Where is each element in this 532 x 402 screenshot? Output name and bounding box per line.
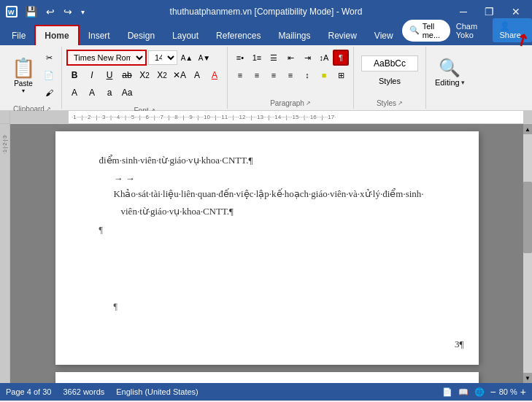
line-spacing-btn[interactable]: ↕ [299, 67, 315, 83]
status-right: 📄 📖 🌐 − 80 % + [442, 386, 526, 398]
tell-me-box[interactable]: 🔍 Tell me... [402, 20, 450, 42]
scroll-down-btn[interactable]: ▼ [523, 373, 532, 383]
font-name-selector[interactable]: Times New Roman [66, 50, 147, 66]
minimize-button[interactable]: ─ [454, 4, 473, 19]
document-page-1: điểm·sinh·viên·từ·giáo·vụ·khoa·CNTT.¶ → … [55, 131, 479, 365]
align-center-btn[interactable]: ≡ [249, 67, 265, 83]
quick-access-toolbar: 💾 ↩ ↪ ▾ [22, 4, 88, 19]
increase-font-size-btn[interactable]: A▲ [179, 50, 195, 66]
restore-button[interactable]: ❐ [479, 4, 500, 19]
window-title: thuthuatphanmem.vn [Compatibility Mode] … [170, 7, 363, 17]
bold-button[interactable]: B [66, 67, 82, 83]
decrease-font-size-btn[interactable]: A▼ [196, 50, 212, 66]
ribbon-content: 📋 Paste ▾ ✂ 📄 🖌 Clipboard ↗ Times New Ro… [0, 45, 532, 111]
font-row3: A A a Aa [66, 85, 223, 101]
multilevel-btn[interactable]: ☰ [266, 50, 282, 66]
scroll-up-btn[interactable]: ▲ [523, 124, 532, 134]
share-icon: 👤 [500, 21, 510, 30]
tab-references[interactable]: References [207, 26, 269, 45]
tab-review[interactable]: Review [319, 26, 365, 45]
strikethrough-button[interactable]: ab [119, 67, 135, 83]
document-scroll[interactable]: điểm·sinh·viên·từ·giáo·vụ·khoa·CNTT.¶ → … [10, 124, 523, 383]
clear-format-button[interactable]: ✕A [171, 67, 188, 83]
search-magnify-icon: 🔍 [439, 58, 460, 78]
tab-file[interactable]: File [3, 26, 34, 45]
styles-sample-text: AaBbCc [374, 58, 406, 69]
paste-label: Paste [14, 80, 33, 88]
sort-btn[interactable]: ↕A [316, 50, 332, 66]
editing-label-row: Editing ▾ [435, 78, 465, 87]
word-icon: W [6, 6, 18, 18]
font-size-selector[interactable]: 14 [148, 50, 177, 65]
subscript-button[interactable]: X2 [136, 67, 153, 83]
styles-label: Styles ↗ [377, 98, 403, 109]
styles-group: AaBbCc Styles Styles ↗ [354, 47, 426, 109]
page-number-indicator: 3¶ [455, 339, 463, 350]
numbering-btn[interactable]: 1≡ [249, 50, 265, 66]
svg-text:W: W [8, 9, 15, 16]
tab-design[interactable]: Design [119, 26, 163, 45]
clipboard-content: 📋 Paste ▾ ✂ 📄 🖌 [6, 47, 58, 104]
line2-text: → Khảo·sát·tài·liệu·liên·quan·đến·việc·l… [114, 173, 424, 199]
undo-quickbtn[interactable]: ↩ [43, 4, 58, 19]
text-effects-btn[interactable]: A [66, 85, 82, 101]
bullets-btn[interactable]: ≡• [232, 50, 248, 66]
scrollbar[interactable]: ▲ ▼ [523, 124, 532, 383]
customize-quickbtn[interactable]: ▾ [78, 7, 88, 18]
tab-home[interactable]: Home [34, 25, 79, 45]
font-group-content: Times New Roman 14 A▲ A▼ B I U ab X2 X2 … [65, 47, 224, 105]
increase-indent-btn[interactable]: ⇥ [299, 50, 315, 66]
superscript-button[interactable]: X2 [154, 67, 170, 83]
styles-expand[interactable]: ↗ [398, 100, 403, 107]
zoom-out-btn[interactable]: − [490, 386, 496, 398]
decrease-indent-btn[interactable]: ⇤ [282, 50, 298, 66]
word-count: 3662 words [63, 387, 104, 396]
view-read-btn[interactable]: 📖 [458, 387, 469, 397]
styles-preview[interactable]: AaBbCc [361, 55, 418, 71]
paste-arrow: ▾ [22, 88, 25, 94]
pilcrow-2: ¶ [114, 301, 117, 312]
justify-btn[interactable]: ≡ [282, 67, 298, 83]
redo-quickbtn[interactable]: ↪ [61, 4, 75, 19]
cham-yoko-btn[interactable]: Cham Yoko [456, 22, 487, 39]
view-print-btn[interactable]: 📄 [442, 387, 452, 397]
editing-expand-arrow[interactable]: ▾ [461, 79, 465, 86]
align-right-btn[interactable]: ≡ [266, 67, 282, 83]
highlight-button[interactable]: A [189, 67, 205, 83]
search-icon: 🔍 [409, 26, 420, 35]
scroll-thumb[interactable] [523, 182, 532, 253]
paragraph-expand[interactable]: ↗ [306, 100, 311, 107]
paste-button[interactable]: 📋 Paste ▾ [7, 54, 39, 97]
tab-view[interactable]: View [366, 26, 402, 45]
zoom-in-btn[interactable]: + [520, 386, 526, 398]
italic-button[interactable]: I [84, 67, 100, 83]
tell-me-text[interactable]: Tell me... [423, 22, 443, 39]
zoom-level: 80 % [499, 387, 517, 396]
copy-button[interactable]: 📄 [41, 67, 57, 83]
format-painter-button[interactable]: 🖌 [41, 85, 57, 101]
close-button[interactable]: ✕ [506, 4, 526, 19]
underline-button[interactable]: U [101, 67, 117, 83]
change-case-btn[interactable]: Aa [119, 85, 135, 101]
para-row2: ≡ ≡ ≡ ≡ ↕ ■ ⊞ [232, 67, 349, 83]
view-web-btn[interactable]: 🌐 [474, 387, 485, 397]
cut-button[interactable]: ✂ [41, 50, 57, 66]
vruler-marks: ·1·|·2·|·3· [2, 134, 7, 154]
ruler-corner [0, 111, 10, 124]
paragraph-group: ≡• 1≡ ☰ ⇤ ⇥ ↕A ¶ ≡ ≡ ≡ ≡ ↕ ■ ⊞ Paragraph… [228, 47, 354, 109]
tab-insert[interactable]: Insert [80, 26, 119, 45]
font-color-button[interactable]: A [207, 67, 223, 83]
styles-gallery-btn[interactable]: Styles [372, 73, 407, 89]
font-format-row: B I U ab X2 X2 ✕A A A [66, 67, 223, 83]
shading-btn[interactable]: ■ [316, 67, 332, 83]
font-size-big-btn[interactable]: A [84, 85, 100, 101]
tab-mailings[interactable]: Mailings [269, 26, 319, 45]
font-size-small-btn[interactable]: a [101, 85, 117, 101]
editing-group: 🔍 Editing ▾ ↗ ‌ [426, 47, 474, 109]
editing-label[interactable]: Editing [435, 78, 460, 87]
save-quickbtn[interactable]: 💾 [22, 4, 40, 19]
align-left-btn[interactable]: ≡ [232, 67, 248, 83]
show-formatting-btn[interactable]: ¶ [333, 50, 349, 66]
tab-layout[interactable]: Layout [163, 26, 207, 45]
borders-btn[interactable]: ⊞ [333, 67, 349, 83]
